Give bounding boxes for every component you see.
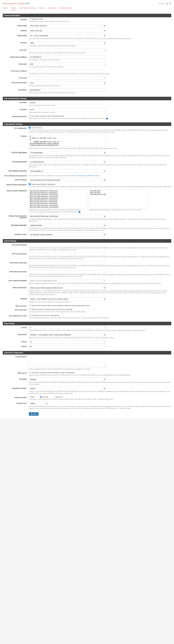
tls-keydir-select[interactable]: Use default direction — [29, 160, 106, 164]
gateway-ipv4-radio[interactable] — [40, 396, 42, 398]
local-port-input[interactable] — [29, 48, 106, 52]
sndrcv-select[interactable]: Default — [29, 387, 106, 390]
tos-checkbox-label[interactable]: Set the TOS IP header value of tunnel pa… — [29, 304, 90, 306]
breadcrumb-openvpn[interactable]: OpenVPN — [8, 2, 17, 5]
stepper-icon[interactable]: ⊜ — [104, 63, 105, 65]
stepper-icon[interactable]: ⊜ — [104, 327, 105, 328]
dont-add-label: Don't add/remove routes — [3, 314, 29, 317]
gateway-ipv4-label[interactable]: IPv4 only — [40, 396, 48, 398]
stepper-icon[interactable]: ⊜ — [104, 49, 105, 51]
proxy-port-input[interactable] — [29, 76, 106, 80]
inactive-input[interactable] — [29, 326, 106, 329]
udp-fast-checkbox-label[interactable]: Use fast I/O operations with UDP writes … — [29, 372, 75, 374]
device-mode-select[interactable]: tun - Layer 3 Tunnel Mode — [29, 34, 106, 37]
log-icon[interactable]: ≡ — [164, 2, 165, 5]
tls-key-label: TLS Key — [3, 135, 29, 137]
compression-select[interactable]: Refuse any non-stub compression (Most se… — [29, 286, 106, 290]
tls-config-checkbox-label[interactable]: Use a TLS Key — [29, 127, 42, 128]
udp-fast-checkbox[interactable] — [29, 372, 30, 374]
tab-shared-key-export[interactable]: Shared Key Export — [60, 7, 72, 10]
ipv6-remote-input[interactable] — [29, 270, 106, 273]
server-host-input[interactable] — [29, 56, 106, 58]
interface-select[interactable]: WAN — [29, 41, 106, 44]
server-mode-select[interactable]: Peer to Peer ( SSL/TLS ) — [29, 24, 106, 28]
limit-bw-input[interactable] — [29, 279, 106, 282]
topology-select[interactable]: Subnet -- One IP address per client in a… — [29, 297, 106, 300]
info-icon[interactable]: i — [78, 211, 80, 213]
tab-client-export[interactable]: Client Export — [48, 7, 56, 10]
dont-pull-checkbox[interactable] — [29, 308, 30, 310]
proxy-host-input[interactable] — [29, 70, 106, 72]
client-cert-select[interactable]: None (Username and/or Password required) — [29, 178, 106, 182]
gateway-ipv6-label[interactable]: IPv6 only — [54, 396, 62, 398]
tls-keydir-label: TLS keydir direction — [3, 160, 29, 162]
exit-notify-select[interactable]: Disabled — [29, 378, 106, 381]
ipv4-tunnel-input[interactable] — [29, 244, 106, 246]
tls-config-checkbox[interactable] — [29, 127, 30, 128]
cert-revocation-link[interactable]: System > Cert. Manager > Certificate Rev… — [70, 175, 100, 176]
inactive-help: Causes OpenVPN to exit after n seconds o… — [29, 330, 171, 332]
timeout-input[interactable] — [29, 345, 106, 348]
stepper-icon[interactable]: ⊜ — [104, 346, 105, 348]
related-icon[interactable]: ▦ — [166, 2, 168, 5]
ipv4-remote-input[interactable] — [29, 261, 106, 264]
tos-checkbox[interactable] — [29, 304, 30, 306]
proxy-auth-help: The type of authentication used by the p… — [29, 85, 171, 87]
tls-usage-label: TLS Key Usage Mode — [3, 151, 29, 153]
dont-add-checkbox-label[interactable]: Don't add or remove routes automatically — [29, 314, 59, 316]
description-label: Description — [3, 88, 29, 91]
stepper-icon[interactable]: ⊜ — [104, 77, 105, 79]
refresh-icon[interactable]: ⟳ — [158, 2, 160, 5]
data-neg-checkbox[interactable] — [29, 183, 30, 185]
protocol-label: Protocol — [3, 29, 29, 31]
dont-add-checkbox[interactable] — [29, 314, 30, 316]
auth-retry-checkbox[interactable] — [29, 115, 30, 117]
stepper-icon[interactable]: ⊜ — [104, 341, 105, 343]
description-input[interactable] — [29, 88, 106, 92]
info-icon[interactable]: i — [106, 118, 108, 120]
breadcrumb-vpn[interactable]: VPN — [3, 2, 7, 5]
peer-ca-select[interactable]: VPN.ApiopAjikv.ca — [29, 170, 106, 173]
tls-usage-select[interactable]: TLS Authentication — [29, 151, 106, 154]
compression-label: Allow Compression — [3, 286, 29, 288]
tab-servers[interactable]: Servers — [3, 7, 8, 10]
limit-bw-help: Maximum outgoing bandwidth for this tunn… — [29, 282, 171, 284]
data-neg-checkbox-label[interactable]: Enable Data Encryption Negotiation — [29, 183, 55, 185]
username-input[interactable] — [29, 101, 106, 104]
interval-input[interactable] — [29, 340, 106, 344]
dont-add-help: Do not execute operating system commands… — [29, 317, 171, 319]
verbosity-select[interactable]: default — [29, 402, 48, 405]
ipv4-remote-label: IPv4 Remote network(s) — [3, 261, 29, 264]
breadcrumb-clients[interactable]: Clients — [18, 2, 24, 5]
inactive-label: Inactive — [3, 326, 29, 328]
auth-retry-checkbox-label[interactable]: Do not retry connection when authenticat… — [29, 115, 64, 117]
proxy-auth-select[interactable]: none — [29, 81, 106, 84]
password-input[interactable] — [29, 108, 106, 111]
tab-overrides[interactable]: Client Specific Overrides — [19, 7, 36, 10]
server-port-input[interactable] — [29, 62, 106, 66]
disabled-checkbox-label[interactable]: Disable this client — [29, 18, 43, 20]
disabled-checkbox[interactable] — [29, 18, 30, 20]
help-icon[interactable]: ❓ — [169, 2, 171, 5]
fallback-algo-select[interactable]: AES-256-CBC (256 bit key, 128 bit block) — [29, 214, 106, 218]
tab-wizards[interactable]: Wizards — [39, 7, 44, 10]
save-button[interactable]: 💾 Save — [29, 412, 38, 416]
protocol-select[interactable]: UDP on IPv4 only — [29, 29, 106, 32]
tls-key-textarea[interactable]: # # 2048 bit OpenVPN static key # -----B… — [29, 135, 106, 147]
auth-digest-select[interactable]: SHA256 (256-bit) — [29, 224, 106, 227]
allowed-algorithms-list[interactable]: AES-256-GCMAES-128-GCMCHACHA20-POLY1305 — [89, 189, 148, 208]
status-icon[interactable]: ◐ — [161, 2, 163, 5]
tab-clients[interactable]: Clients — [11, 7, 16, 10]
hw-crypto-label: Hardware Crypto — [3, 233, 29, 235]
gateway-ipv6-radio[interactable] — [54, 396, 56, 398]
hw-crypto-select[interactable]: No Hardware Crypto Acceleration — [29, 233, 106, 236]
stepper-icon[interactable]: ⊜ — [104, 280, 105, 282]
ping-method-select[interactable]: keepalive -- Use keepalive helper to def… — [29, 333, 106, 336]
custom-options-textarea[interactable] — [29, 355, 106, 368]
device-mode-label: Device mode — [3, 34, 29, 36]
ipv6-tunnel-input[interactable] — [29, 252, 106, 256]
available-algorithms-list[interactable]: AES-128-CBC (128 bit key, 128 bit block)… — [29, 189, 88, 208]
gateway-both-label[interactable]: Both — [29, 396, 34, 398]
dont-pull-checkbox-label[interactable]: Bars the server from adding routes to th… — [29, 308, 72, 310]
gateway-both-radio[interactable] — [29, 396, 30, 398]
